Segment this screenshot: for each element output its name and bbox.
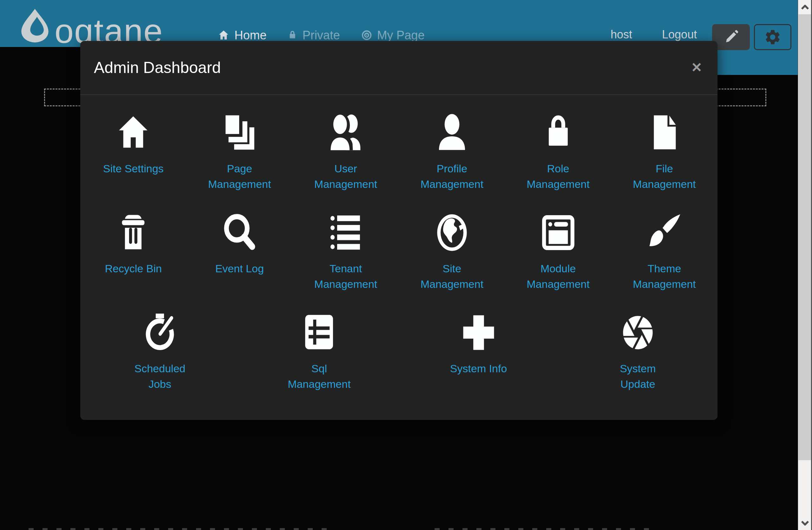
home-icon bbox=[115, 103, 151, 153]
control-panel-button[interactable] bbox=[754, 24, 792, 50]
person-icon bbox=[434, 103, 470, 153]
tile-page-management[interactable]: Page Management bbox=[187, 103, 293, 203]
tile-label[interactable]: Scheduled Jobs bbox=[128, 361, 192, 392]
lock-icon bbox=[540, 103, 576, 153]
browser-icon bbox=[540, 203, 576, 253]
file-icon bbox=[647, 103, 682, 153]
modal-body: Site Settings Page Management bbox=[80, 103, 717, 403]
clipped-bottom-content bbox=[29, 528, 333, 530]
lock-icon bbox=[287, 29, 298, 41]
tile-row: Site Settings Page Management bbox=[80, 103, 717, 203]
scroll-down-button[interactable] bbox=[798, 516, 811, 530]
edit-mode-button[interactable] bbox=[712, 24, 750, 50]
tile-role-management[interactable]: Role Management bbox=[505, 103, 611, 203]
tile-tenant-management[interactable]: Tenant Management bbox=[293, 203, 399, 303]
water-drop-logo-icon bbox=[20, 8, 50, 49]
tile-label[interactable]: Event Log bbox=[215, 261, 264, 276]
tile-module-management[interactable]: Module Management bbox=[505, 203, 611, 303]
tile-label[interactable]: Page Management bbox=[208, 161, 271, 192]
nav-item-label: My Page bbox=[377, 29, 425, 42]
logout-link[interactable]: Logout bbox=[662, 28, 697, 41]
tile-site-management[interactable]: Site Management bbox=[399, 203, 505, 303]
vertical-scrollbar[interactable] bbox=[798, 0, 812, 530]
tile-label[interactable]: User Management bbox=[314, 161, 377, 192]
timer-icon bbox=[142, 303, 178, 353]
nav-item-private[interactable]: Private bbox=[287, 29, 340, 42]
layers-icon bbox=[222, 103, 257, 153]
medical-cross-icon bbox=[461, 303, 496, 353]
tile-label[interactable]: System Info bbox=[450, 361, 507, 376]
modal-title: Admin Dashboard bbox=[94, 58, 221, 77]
tile-site-settings[interactable]: Site Settings bbox=[80, 103, 187, 203]
tile-row: Recycle Bin Event Log bbox=[80, 203, 717, 303]
brush-icon bbox=[647, 203, 682, 253]
tile-recycle-bin[interactable]: Recycle Bin bbox=[80, 203, 187, 303]
tile-label[interactable]: Role Management bbox=[526, 161, 590, 192]
trash-icon bbox=[115, 203, 151, 253]
tile-label[interactable]: System Update bbox=[606, 361, 670, 392]
app-screen: oqtane Home Private My Page host L bbox=[0, 0, 812, 530]
tile-label[interactable]: Sql Management bbox=[287, 361, 351, 392]
clipped-bottom-content bbox=[435, 528, 656, 530]
globe-icon bbox=[434, 203, 470, 253]
tile-event-log[interactable]: Event Log bbox=[187, 203, 293, 303]
tile-label[interactable]: Profile Management bbox=[420, 161, 484, 192]
tile-scheduled-jobs[interactable]: Scheduled Jobs bbox=[80, 303, 240, 403]
tile-label[interactable]: Site Management bbox=[420, 261, 484, 292]
spreadsheet-icon bbox=[301, 303, 337, 353]
nav-item-home[interactable]: Home bbox=[218, 29, 266, 42]
gear-icon bbox=[764, 28, 782, 46]
home-icon bbox=[218, 29, 230, 41]
tile-label[interactable]: Theme Management bbox=[633, 261, 696, 292]
scroll-up-button[interactable] bbox=[798, 0, 811, 14]
username-label[interactable]: host bbox=[611, 28, 632, 41]
scrollbar-thumb[interactable] bbox=[798, 14, 811, 460]
pencil-icon bbox=[723, 29, 739, 45]
tile-label[interactable]: Recycle Bin bbox=[105, 261, 162, 276]
tile-file-management[interactable]: File Management bbox=[611, 103, 717, 203]
close-icon[interactable]: ✕ bbox=[691, 61, 702, 74]
tile-user-management[interactable]: User Management bbox=[293, 103, 399, 203]
tile-label[interactable]: Tenant Management bbox=[314, 261, 377, 292]
tile-label[interactable]: File Management bbox=[633, 161, 696, 192]
nav-item-label: Private bbox=[302, 29, 340, 42]
admin-dashboard-modal: Admin Dashboard ✕ Site Settings bbox=[80, 41, 717, 420]
tile-label[interactable]: Site Settings bbox=[103, 161, 164, 176]
nav-item-label: Home bbox=[234, 29, 266, 42]
people-icon bbox=[328, 103, 363, 153]
nav-item-my-page[interactable]: My Page bbox=[361, 29, 425, 42]
list-icon bbox=[328, 203, 363, 253]
chevron-up-icon bbox=[801, 5, 809, 10]
tile-sql-management[interactable]: Sql Management bbox=[240, 303, 399, 403]
magnifying-glass-icon bbox=[222, 203, 257, 253]
tile-profile-management[interactable]: Profile Management bbox=[399, 103, 505, 203]
tile-label[interactable]: Module Management bbox=[526, 261, 590, 292]
aperture-icon bbox=[620, 303, 656, 353]
tile-system-info[interactable]: System Info bbox=[399, 303, 558, 403]
target-icon bbox=[361, 29, 372, 41]
chevron-down-icon bbox=[801, 520, 809, 526]
nav-right-cluster: host Logout bbox=[611, 28, 697, 41]
tile-theme-management[interactable]: Theme Management bbox=[611, 203, 717, 303]
tile-system-update[interactable]: System Update bbox=[558, 303, 717, 403]
modal-header: Admin Dashboard ✕ bbox=[80, 41, 717, 95]
tile-row: Scheduled Jobs Sql Management bbox=[80, 303, 717, 403]
